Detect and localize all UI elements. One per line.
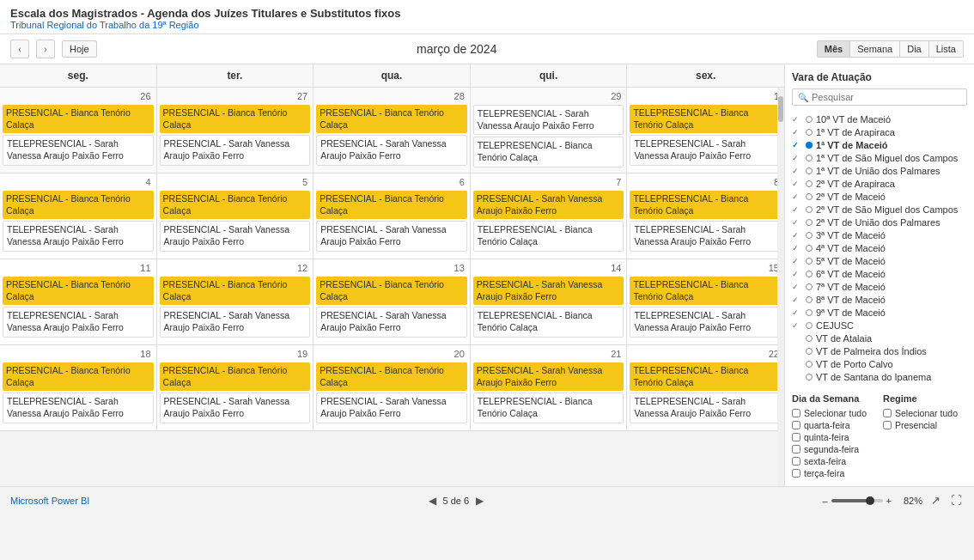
today-button[interactable]: Hoje	[62, 40, 97, 58]
brand-label[interactable]: Microsoft Power BI	[10, 496, 89, 506]
list-item[interactable]: TELEPRESENCIAL - Bianca Tenório Calaça	[630, 105, 782, 133]
list-item[interactable]: PRESENCIAL - Sarah Vanessa Araujo Paixão…	[316, 393, 467, 423]
list-item[interactable]: TELEPRESENCIAL - Sarah Vanessa Araujo Pa…	[3, 307, 154, 337]
filter-selecionar-tudo-regime[interactable]: Selecionar tudo	[883, 407, 967, 419]
list-item[interactable]: PRESENCIAL - Bianca Tenório Calaça	[160, 191, 311, 219]
calendar-body[interactable]: 26 PRESENCIAL - Bianca Tenório Calaça TE…	[0, 88, 784, 486]
vara-item-1vt-uniao[interactable]: ✓ 1ª VT de União dos Palmares	[792, 164, 967, 177]
list-item[interactable]: TELEPRESENCIAL - Bianca Tenório Calaça	[473, 307, 624, 337]
vara-item-7vt-maceio[interactable]: ✓ 7ª VT de Maceió	[792, 280, 967, 293]
table-row[interactable]: 15 TELEPRESENCIAL - Bianca Tenório Calaç…	[627, 259, 784, 345]
filter-quarta[interactable]: quarta-feira	[792, 419, 876, 431]
list-item[interactable]: PRESENCIAL - Bianca Tenório Calaça	[316, 105, 467, 133]
list-item[interactable]: PRESENCIAL - Bianca Tenório Calaça	[160, 105, 311, 133]
table-row[interactable]: 8 TELEPRESENCIAL - Bianca Tenório Calaça…	[627, 173, 784, 259]
table-row[interactable]: 21 PRESENCIAL - Sarah Vanessa Araujo Pai…	[471, 345, 628, 431]
fullscreen-icon[interactable]: ⛶	[949, 492, 964, 508]
vara-item-2vt-uniao[interactable]: ✓ 2ª VT de União dos Palmares	[792, 216, 967, 228]
table-row[interactable]: 13 PRESENCIAL - Bianca Tenório Calaça PR…	[314, 259, 471, 345]
vara-item-8vt-maceio[interactable]: ✓ 8ª VT de Maceió	[792, 293, 967, 306]
table-row[interactable]: 26 PRESENCIAL - Bianca Tenório Calaça TE…	[0, 88, 157, 173]
view-week-button[interactable]: Semana	[850, 41, 900, 57]
list-item[interactable]: TELEPRESENCIAL - Sarah Vanessa Araujo Pa…	[3, 135, 154, 165]
filter-sexta[interactable]: sexta-feira	[792, 455, 876, 467]
zoom-plus-icon[interactable]: +	[886, 496, 892, 506]
prev-page-button[interactable]: ◀	[429, 495, 436, 507]
list-item[interactable]: TELEPRESENCIAL - Bianca Tenório Calaça	[473, 221, 624, 251]
vara-item-10vt-maceio[interactable]: ✓ 10ª VT de Maceió	[792, 113, 967, 125]
list-item[interactable]: TELEPRESENCIAL - Sarah Vanessa Araujo Pa…	[473, 105, 624, 135]
table-row[interactable]: 20 PRESENCIAL - Bianca Tenório Calaça PR…	[314, 345, 471, 431]
list-item[interactable]: TELEPRESENCIAL - Sarah Vanessa Araujo Pa…	[3, 393, 154, 423]
table-row[interactable]: 1 TELEPRESENCIAL - Bianca Tenório Calaça…	[627, 88, 784, 173]
checkbox-selecionar-tudo-dia[interactable]	[792, 409, 801, 417]
list-item[interactable]: PRESENCIAL - Sarah Vanessa Araujo Paixão…	[316, 135, 467, 165]
vara-item-3vt-maceio[interactable]: ✓ 3ª VT de Maceió	[792, 228, 967, 241]
table-row[interactable]: 22 TELEPRESENCIAL - Bianca Tenório Calaç…	[627, 345, 784, 431]
list-item[interactable]: PRESENCIAL - Bianca Tenório Calaça	[316, 277, 467, 305]
list-item[interactable]: PRESENCIAL - Sarah Vanessa Araujo Paixão…	[160, 221, 311, 251]
table-row[interactable]: 5 PRESENCIAL - Bianca Tenório Calaça PRE…	[157, 173, 314, 259]
table-row[interactable]: 14 PRESENCIAL - Sarah Vanessa Araujo Pai…	[471, 259, 628, 345]
list-item[interactable]: PRESENCIAL - Bianca Tenório Calaça	[3, 191, 154, 219]
vara-item-9vt-maceio[interactable]: ✓ 9ª VT de Maceió	[792, 306, 967, 319]
scroll-thumb[interactable]	[778, 96, 783, 122]
subtitle-link[interactable]: Tribunal Regional do Trabalho da 19ª Reg…	[10, 20, 964, 30]
filter-segunda[interactable]: segunda-feira	[792, 443, 876, 455]
filter-terca[interactable]: terça-feira	[792, 467, 876, 479]
list-item[interactable]: PRESENCIAL - Bianca Tenório Calaça	[316, 191, 467, 219]
zoom-minus-icon[interactable]: –	[822, 496, 827, 506]
share-icon[interactable]: ↗	[929, 492, 942, 508]
vara-item-5vt-maceio[interactable]: ✓ 5ª VT de Maceió	[792, 254, 967, 267]
checkbox-terca[interactable]	[792, 469, 801, 478]
vara-item-cejusc[interactable]: ✓ CEJUSC	[792, 319, 967, 332]
vara-item-2vt-arapiraca[interactable]: ✓ 2ª VT de Arapiraca	[792, 177, 967, 190]
vara-item-2vt-sao-miguel[interactable]: ✓ 2ª VT de São Miguel dos Campos	[792, 203, 967, 216]
list-item[interactable]: PRESENCIAL - Sarah Vanessa Araujo Paixão…	[473, 191, 624, 219]
vara-item-6vt-maceio[interactable]: ✓ 6ª VT de Maceió	[792, 267, 967, 280]
vara-item-2vt-maceio[interactable]: ✓ 2ª VT de Maceió	[792, 190, 967, 203]
list-item[interactable]: TELEPRESENCIAL - Sarah Vanessa Araujo Pa…	[3, 221, 154, 251]
list-item[interactable]: TELEPRESENCIAL - Bianca Tenório Calaça	[630, 362, 782, 391]
search-box[interactable]: 🔍	[792, 88, 967, 106]
list-item[interactable]: TELEPRESENCIAL - Sarah Vanessa Araujo Pa…	[630, 307, 782, 337]
vara-item-porto-calvo[interactable]: ✓ VT de Porto Calvo	[792, 357, 967, 370]
checkbox-sexta[interactable]	[792, 457, 801, 466]
list-item[interactable]: PRESENCIAL - Bianca Tenório Calaça	[3, 362, 154, 391]
filter-presencial[interactable]: Presencial	[883, 419, 967, 431]
table-row[interactable]: 27 PRESENCIAL - Bianca Tenório Calaça PR…	[157, 88, 314, 173]
vara-item-1vt-maceio[interactable]: ✓ 1ª VT de Maceió	[792, 138, 967, 151]
list-item[interactable]: PRESENCIAL - Bianca Tenório Calaça	[3, 277, 154, 305]
zoom-slider[interactable]	[831, 499, 883, 502]
list-item[interactable]: TELEPRESENCIAL - Sarah Vanessa Araujo Pa…	[630, 393, 782, 423]
vara-item-atalaia[interactable]: ✓ VT de Atalaia	[792, 332, 967, 344]
table-row[interactable]: 4 PRESENCIAL - Bianca Tenório Calaça TEL…	[0, 173, 157, 259]
scroll-track[interactable]	[777, 88, 784, 486]
vara-item-4vt-maceio[interactable]: ✓ 4ª VT de Maceió	[792, 241, 967, 254]
view-day-button[interactable]: Dia	[900, 41, 929, 57]
checkbox-quarta[interactable]	[792, 421, 801, 429]
list-item[interactable]: PRESENCIAL - Sarah Vanessa Araujo Paixão…	[160, 135, 311, 165]
view-month-button[interactable]: Mês	[818, 41, 850, 57]
list-item[interactable]: PRESENCIAL - Sarah Vanessa Araujo Paixão…	[160, 307, 311, 337]
table-row[interactable]: 7 PRESENCIAL - Sarah Vanessa Araujo Paix…	[471, 173, 628, 259]
list-item[interactable]: TELEPRESENCIAL - Bianca Tenório Calaça	[630, 191, 782, 219]
list-item[interactable]: PRESENCIAL - Sarah Vanessa Araujo Paixão…	[473, 277, 624, 305]
vara-item-santana[interactable]: ✓ VT de Santana do Ipanema	[792, 370, 967, 383]
filter-selecionar-tudo-dia[interactable]: Selecionar tudo	[792, 407, 876, 419]
list-item[interactable]: TELEPRESENCIAL - Sarah Vanessa Araujo Pa…	[630, 135, 782, 165]
list-item[interactable]: PRESENCIAL - Sarah Vanessa Araujo Paixão…	[160, 393, 311, 423]
checkbox-presencial[interactable]	[883, 421, 892, 429]
table-row[interactable]: 28 PRESENCIAL - Bianca Tenório Calaça PR…	[314, 88, 471, 173]
list-item[interactable]: PRESENCIAL - Sarah Vanessa Araujo Paixão…	[316, 221, 467, 251]
list-item[interactable]: PRESENCIAL - Sarah Vanessa Araujo Paixão…	[316, 307, 467, 337]
table-row[interactable]: 11 PRESENCIAL - Bianca Tenório Calaça TE…	[0, 259, 157, 345]
table-row[interactable]: 18 PRESENCIAL - Bianca Tenório Calaça TE…	[0, 345, 157, 431]
list-item[interactable]: TELEPRESENCIAL - Sarah Vanessa Araujo Pa…	[630, 221, 782, 251]
checkbox-selecionar-tudo-regime[interactable]	[883, 409, 892, 417]
table-row[interactable]: 19 PRESENCIAL - Bianca Tenório Calaça PR…	[157, 345, 314, 431]
list-item[interactable]: TELEPRESENCIAL - Bianca Tenório Calaça	[473, 393, 624, 423]
view-list-button[interactable]: Lista	[929, 41, 963, 57]
table-row[interactable]: 12 PRESENCIAL - Bianca Tenório Calaça PR…	[157, 259, 314, 345]
list-item[interactable]: PRESENCIAL - Bianca Tenório Calaça	[316, 362, 467, 391]
